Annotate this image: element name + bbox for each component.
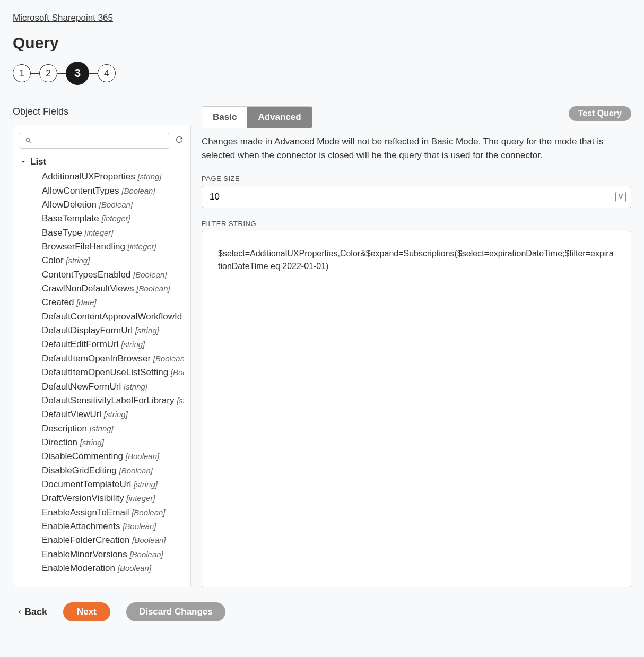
field-item[interactable]: Direction [string]	[42, 436, 184, 449]
field-item[interactable]: EnableAssignToEmail [Boolean]	[42, 506, 184, 520]
field-item[interactable]: BaseTemplate [integer]	[42, 212, 184, 226]
back-button[interactable]: Back	[16, 607, 47, 618]
field-item[interactable]: DraftVersionVisibility [integer]	[42, 491, 184, 505]
field-item[interactable]: DefaultDisplayFormUrl [string]	[42, 324, 184, 338]
tree-root-list[interactable]: List	[20, 155, 184, 169]
back-label: Back	[24, 607, 47, 618]
field-name: DefaultSensitivityLabelForLibrary	[42, 395, 177, 405]
field-type: [Boolean]	[121, 186, 155, 195]
field-name: BaseTemplate	[42, 213, 101, 223]
field-item[interactable]: CrawlNonDefaultViews [Boolean]	[42, 282, 184, 296]
field-type: [Boolean]	[171, 368, 184, 377]
field-name: EnableAssignToEmail	[42, 507, 132, 517]
field-type: [string]	[66, 256, 90, 265]
field-name: BaseType	[42, 228, 84, 238]
field-type: [Boolean]	[133, 270, 167, 279]
field-name: AllowDeletion	[42, 200, 99, 210]
field-item[interactable]: Created [date]	[42, 296, 184, 309]
field-item[interactable]: DefaultSensitivityLabelForLibrary [strin…	[42, 394, 184, 408]
field-type: [string]	[124, 382, 147, 391]
field-item[interactable]: DefaultItemOpenInBrowser [Boolean]	[42, 352, 184, 366]
field-item[interactable]: DefaultNewFormUrl [string]	[42, 380, 184, 394]
field-item[interactable]: EnableModeration [Boolean]	[42, 561, 184, 575]
field-type: [string]	[134, 480, 158, 489]
step-connector	[31, 73, 39, 74]
field-name: Color	[42, 255, 66, 265]
field-type: [string]	[90, 424, 114, 433]
field-item[interactable]: DefaultItemOpenUseListSetting [Boolean]	[42, 366, 184, 379]
tab-basic[interactable]: Basic	[202, 107, 247, 128]
field-name: ContentTypesEnabled	[42, 270, 133, 280]
field-item[interactable]: EnableFolderCreation [Boolean]	[42, 533, 184, 547]
tab-advanced[interactable]: Advanced	[247, 107, 311, 128]
chevron-down-icon	[20, 158, 27, 166]
field-type: [Boolean]	[136, 284, 170, 293]
field-type: [Boolean]	[132, 508, 165, 517]
field-name: EnableFolderCreation	[42, 535, 132, 545]
field-name: DisableGridEditing	[42, 465, 119, 476]
discard-button[interactable]: Discard Changes	[126, 602, 225, 621]
breadcrumb[interactable]: Microsoft Sharepoint 365	[13, 13, 113, 23]
field-item[interactable]: DocumentTemplateUrl [string]	[42, 478, 184, 491]
field-item[interactable]: EnableAttachments [Boolean]	[42, 520, 184, 533]
field-item[interactable]: BrowserFileHandling [integer]	[42, 240, 184, 254]
filter-string-input[interactable]: $select=AdditionalUXProperties,Color&$ex…	[202, 231, 631, 587]
field-item[interactable]: BaseType [integer]	[42, 226, 184, 240]
step-1[interactable]: 1	[13, 64, 31, 82]
tree-root-label: List	[30, 155, 46, 169]
field-item[interactable]: ContentTypesEnabled [Boolean]	[42, 268, 184, 282]
field-item[interactable]: AllowContentTypes [Boolean]	[42, 184, 184, 198]
field-name: Description	[42, 423, 90, 434]
field-item[interactable]: DisableGridEditing [Boolean]	[42, 464, 184, 478]
field-item[interactable]: DefaultContentApprovalWorkflowId [string…	[42, 310, 184, 324]
field-type: [Boolean]	[153, 354, 184, 363]
field-name: DefaultViewUrl	[42, 409, 104, 419]
page-size-label: PAGE SIZE	[202, 175, 631, 183]
field-item[interactable]: AllowDeletion [Boolean]	[42, 198, 184, 212]
field-name: DefaultItemOpenInBrowser	[42, 353, 153, 364]
next-button[interactable]: Next	[63, 602, 110, 621]
field-item[interactable]: AdditionalUXProperties [string]	[42, 170, 184, 184]
test-query-button[interactable]: Test Query	[569, 106, 631, 121]
field-name: AllowContentTypes	[42, 186, 121, 196]
field-item[interactable]: DefaultViewUrl [string]	[42, 408, 184, 421]
page-title: Query	[13, 34, 631, 52]
field-type: [Boolean]	[99, 200, 133, 209]
field-name: Direction	[42, 437, 80, 447]
field-name: BrowserFileHandling	[42, 241, 128, 252]
field-type: [Boolean]	[126, 452, 159, 461]
field-name: DefaultEditFormUrl	[42, 339, 121, 349]
step-2[interactable]: 2	[39, 64, 57, 82]
field-item[interactable]: DefaultEditFormUrl [string]	[42, 338, 184, 351]
field-type: [Boolean]	[132, 535, 166, 544]
field-name: DefaultDisplayFormUrl	[42, 325, 135, 335]
stepper: 1234	[13, 62, 631, 85]
field-name: DefaultContentApprovalWorkflowId	[42, 312, 184, 322]
field-type: [string]	[137, 172, 161, 181]
refresh-icon[interactable]	[175, 135, 184, 146]
field-name: Created	[42, 297, 76, 307]
field-type: [Boolean]	[123, 522, 156, 531]
step-connector	[57, 73, 66, 74]
page-size-input[interactable]	[202, 186, 631, 208]
field-type: [integer]	[126, 494, 155, 503]
field-item[interactable]: DisableCommenting [Boolean]	[42, 449, 184, 463]
field-type: [string]	[135, 326, 159, 335]
field-item[interactable]: Description [string]	[42, 422, 184, 436]
step-4[interactable]: 4	[98, 64, 116, 82]
chevron-left-icon	[16, 608, 23, 616]
field-type: [string]	[177, 396, 184, 405]
variable-picker-icon[interactable]: V	[615, 192, 626, 202]
step-3[interactable]: 3	[66, 62, 89, 85]
field-type: [Boolean]	[118, 564, 151, 573]
field-item[interactable]: Color [string]	[42, 254, 184, 267]
field-name: EnableAttachments	[42, 521, 123, 531]
search-input[interactable]	[20, 133, 169, 149]
field-type: [Boolean]	[119, 466, 153, 475]
field-name: DefaultNewFormUrl	[42, 382, 124, 392]
field-type: [string]	[104, 410, 128, 419]
object-fields-panel: List AdditionalUXProperties [string]Allo…	[13, 125, 191, 587]
object-fields-label: Object Fields	[13, 106, 191, 117]
field-item[interactable]: EnableMinorVersions [Boolean]	[42, 548, 184, 561]
field-type: [string]	[80, 438, 104, 447]
